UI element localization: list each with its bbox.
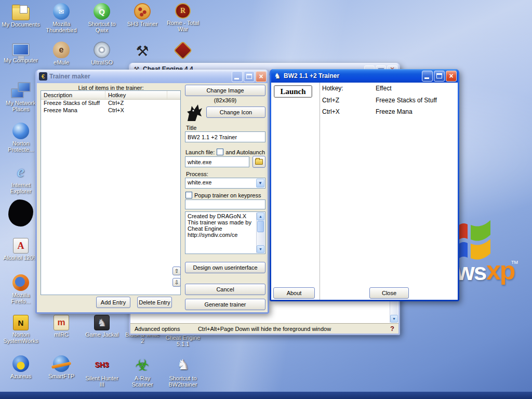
desktop-icon-cheat-engine-44[interactable]: ⚒	[123, 42, 162, 61]
trainer-maker-window-title: Trainer maker	[49, 73, 231, 80]
bw2-title-bar[interactable]: ♞ BW2 1.1 +2 Trainer ×	[271, 69, 458, 83]
maximize-button[interactable]	[434, 71, 445, 82]
hotkey-value: Ctrl+X	[322, 108, 340, 115]
desktop-icon-my-documents[interactable]: My Documents	[1, 3, 41, 28]
sh3-trainer-icon	[134, 3, 151, 20]
cancel-button[interactable]: Cancel	[185, 284, 265, 295]
desktop-icon-ultraiso[interactable]: UltraISO	[82, 42, 122, 65]
move-entry-up-button[interactable]: ⇧	[172, 267, 181, 275]
desktop-icon-my-computer[interactable]: My Computer	[1, 42, 41, 63]
desktop-icon-mozilla-firefox[interactable]: Mozilla Firefo...	[1, 274, 41, 304]
desktop-icon-norton-systemworks[interactable]: NNorton SystemWorks	[1, 315, 41, 344]
list-item[interactable]: Freeze Mana Ctrl+X	[41, 107, 180, 114]
desktop-icon-rome-total-war[interactable]: RRome - Total War	[163, 3, 203, 32]
minimize-button[interactable]	[422, 71, 433, 82]
item-hotkey: Ctrl+Z	[105, 100, 167, 107]
trainer-maker-window: € Trainer maker × List of items in the t…	[35, 70, 269, 314]
title-label: Title	[186, 125, 196, 131]
wallpaper-bottom-band	[0, 392, 532, 399]
bw2-window-title: BW2 1.1 +2 Trainer	[284, 72, 421, 79]
popup-hotkey-input[interactable]	[185, 200, 265, 209]
about-button[interactable]: About	[273, 287, 315, 299]
cheat-engine-44-icon: ⚒	[130, 42, 154, 60]
list-item[interactable]: Freeze Stacks of Stuff Ctrl+Z	[41, 100, 180, 107]
desktop-icon-label: eMule	[42, 59, 81, 65]
desktop-icon-sh3-trainer[interactable]: SH3 Trainer	[123, 3, 162, 27]
design-userinterface-button[interactable]: Design own userinterface	[185, 262, 265, 273]
change-image-button[interactable]: Change Image	[185, 85, 265, 96]
desktop-icon-azureus[interactable]: Azureus	[1, 355, 41, 379]
scroll-down-button[interactable]: ▼	[257, 245, 264, 253]
close-icon[interactable]: ×	[256, 71, 267, 82]
column-header-hotkey[interactable]: Hotkey	[105, 91, 167, 99]
add-entry-button[interactable]: Add Entry	[96, 297, 130, 308]
bw2-trainer-window: ♞ BW2 1.1 +2 Trainer × Launch Hotkey: Ef…	[270, 69, 459, 301]
effect-header: Effect	[376, 85, 391, 92]
trainer-items-list[interactable]: Description Hotkey Freeze Stacks of Stuf…	[41, 90, 181, 295]
trainer-title-input[interactable]	[185, 131, 265, 142]
scroll-thumb[interactable]	[257, 221, 264, 232]
desktop-icon-game-jackal[interactable]: ♞Game Jackal	[82, 315, 122, 338]
minimize-button[interactable]	[232, 71, 243, 82]
desktop-icon-a-ray-scanner[interactable]: ☣A-Ray Scanner	[123, 355, 162, 388]
maximize-button[interactable]	[244, 71, 255, 82]
generate-trainer-button[interactable]: Generate trainer	[185, 299, 265, 310]
desktop-icon-smartftp[interactable]: SmartFTP	[42, 355, 81, 379]
close-button[interactable]: Close	[369, 287, 409, 299]
desktop-icon-label: Mozilla Thunderbird	[42, 21, 81, 33]
autolaunch-checkbox[interactable]	[217, 149, 223, 155]
a-ray-scanner-icon: ☣	[130, 355, 154, 374]
delete-entry-button[interactable]: Delete Entry	[137, 297, 172, 308]
wolf-icon: ♞	[273, 72, 282, 80]
popup-checkbox[interactable]	[185, 192, 192, 198]
desktop-icon-mozilla-thunderbird[interactable]: ✉Mozilla Thunderbird	[42, 3, 81, 33]
desktop: My Documents✉Mozilla ThunderbirdQShortcu…	[0, 0, 532, 399]
scroll-down-button[interactable]: ▼	[390, 315, 398, 323]
desktop-icon-label: Cheat Engine 5.1.1	[163, 335, 203, 347]
list-header: Description Hotkey	[41, 91, 180, 100]
change-icon-button[interactable]: Change Icon	[206, 107, 265, 118]
desktop-icon-alcohol-120[interactable]: AAlcohol 120%	[1, 238, 41, 261]
red-emblem-icon	[174, 41, 193, 60]
hotkey-header: Hotkey:	[322, 85, 343, 92]
browse-file-button[interactable]	[252, 156, 265, 168]
game-jackal-icon: ♞	[94, 315, 110, 330]
desktop-icon-shortcut-to-qwix[interactable]: QShortcut to Qwix	[82, 3, 122, 33]
desktop-icon-red-emblem[interactable]	[163, 42, 203, 58]
launch-file-input[interactable]	[185, 156, 249, 167]
process-dropdown[interactable]: white.exe ▼	[185, 178, 265, 189]
logo-text-ws: ws	[456, 258, 486, 286]
desktop-icon-label: Norton Protecte...	[1, 140, 41, 153]
desktop-icon-mirc[interactable]: mmIRC	[42, 315, 81, 338]
desktop-icon-label: Shortcut to BW2trainer	[163, 375, 203, 388]
scroll-up-button[interactable]: ▲	[257, 212, 264, 220]
desktop-icon-norton-protection[interactable]: Norton Protecte...	[1, 123, 41, 153]
logo-trademark: TM	[511, 260, 518, 265]
column-header-description[interactable]: Description	[41, 91, 105, 99]
windows-xp-logo: ws xp TM	[455, 216, 528, 299]
chevron-down-icon[interactable]: ▼	[256, 179, 264, 188]
textarea-scrollbar[interactable]: ▲ ▼	[256, 212, 264, 253]
desktop-icon-label: My Documents	[1, 21, 41, 28]
desktop-icon-emule[interactable]: eeMule	[42, 42, 81, 65]
desktop-icon-label: Silent Hunter III	[82, 375, 122, 388]
move-entry-down-button[interactable]: ⇩	[172, 278, 181, 287]
mirc-icon: m	[54, 315, 69, 330]
help-button[interactable]: ?	[390, 325, 394, 332]
hide-hint-text: Ctrl+Alt+Page Down will hide the foregro…	[198, 326, 331, 332]
advanced-options-label[interactable]: Advanced options	[135, 326, 180, 332]
about-textarea[interactable]: Created by DRAGoN.X This trainer was mad…	[185, 211, 265, 254]
close-icon[interactable]: ×	[446, 71, 457, 82]
desktop-icon-my-network-places[interactable]: My Network Places	[1, 82, 41, 112]
item-description: Freeze Mana	[41, 107, 105, 114]
desktop-icon-unknown-black[interactable]	[1, 200, 41, 228]
desktop-icon-label: Alcohol 120%	[1, 255, 41, 261]
ce-status-bar: Advanced options Ctrl+Alt+Page Down will…	[130, 323, 398, 334]
launch-button[interactable]: Launch	[274, 85, 312, 98]
process-value: white.exe	[185, 178, 265, 187]
desktop-icon-silent-hunter-3[interactable]: SH3Silent Hunter III	[82, 355, 122, 388]
trainer-divider	[320, 83, 320, 300]
trainer-maker-title-bar[interactable]: € Trainer maker ×	[37, 70, 268, 83]
desktop-icon-internet-explorer[interactable]: eInternet Explorer	[1, 162, 41, 194]
desktop-icon-shortcut-to-bw2trainer[interactable]: ♞Shortcut to BW2trainer	[163, 355, 203, 388]
